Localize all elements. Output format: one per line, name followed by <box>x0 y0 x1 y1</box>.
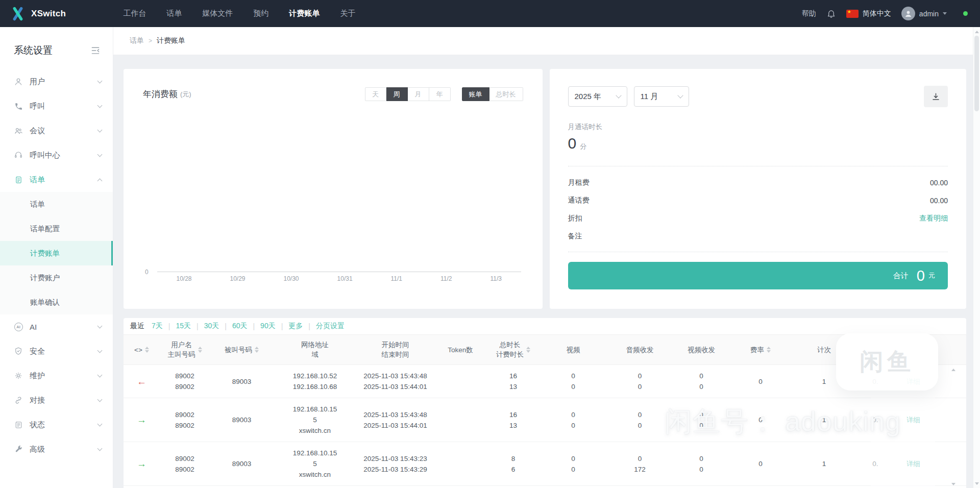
breadcrumb-current: 计费账单 <box>157 36 185 45</box>
sort-desc-caret[interactable] <box>198 350 202 353</box>
breadcrumb-parent[interactable]: 话单 <box>130 36 144 45</box>
col-header-label: 视频 <box>567 345 580 355</box>
page-scrollbar[interactable] <box>973 27 980 488</box>
sidebar-subitem-计费账户[interactable]: 计费账户 <box>0 265 113 290</box>
col-header-rate[interactable]: 费率 <box>729 335 792 364</box>
sort-asc-caret[interactable] <box>767 347 771 349</box>
sort-asc-caret[interactable] <box>526 347 530 349</box>
sort-desc-caret[interactable] <box>255 350 259 353</box>
filter-link-30天[interactable]: 30天 <box>204 322 219 331</box>
filter-separator: | <box>225 322 227 330</box>
sidebar-subitem-话单配置[interactable]: 话单配置 <box>0 216 113 241</box>
cell-indicator: ← <box>124 377 160 386</box>
col-header-label: 总时长计费时长 <box>496 340 524 359</box>
help-link[interactable]: 帮助 <box>802 9 816 18</box>
filter-link-60天[interactable]: 60天 <box>232 322 248 331</box>
sidebar-subitem-计费账单[interactable]: 计费账单 <box>0 241 113 265</box>
bell-icon[interactable] <box>826 9 836 18</box>
sidebar-item-label: 用户 <box>30 77 45 87</box>
sort-carets[interactable] <box>145 347 149 353</box>
sidebar-item-对接[interactable]: 对接 <box>0 388 113 412</box>
cell-line: 89002 <box>175 464 194 475</box>
col-header-duration[interactable]: 总时长计费时长 <box>486 335 540 364</box>
language-switcher[interactable]: ★ 简体中文 <box>846 9 891 18</box>
sort-carets[interactable] <box>526 347 530 353</box>
sidebar-item-高级[interactable]: 高级 <box>0 437 113 461</box>
download-button[interactable] <box>924 86 948 107</box>
breadcrumb: 话单 > 计费账单 <box>113 27 980 55</box>
sidebar-item-呼叫[interactable]: 呼叫 <box>0 94 113 118</box>
nav-item-预约[interactable]: 预约 <box>253 9 268 18</box>
col-header-user[interactable]: 用户名主叫号码 <box>160 335 210 364</box>
sort-asc-caret[interactable] <box>198 347 202 349</box>
nav-item-话单[interactable]: 话单 <box>166 9 182 18</box>
cell-line: 89003 <box>232 458 252 469</box>
fee-value: 00.00 <box>930 179 948 187</box>
sidebar-item-安全[interactable]: 安全 <box>0 339 113 363</box>
sidebar-item-状态[interactable]: 状态 <box>0 412 113 437</box>
sidebar-item-会议[interactable]: 会议 <box>0 118 113 143</box>
sort-desc-caret[interactable] <box>145 350 149 353</box>
sort-carets[interactable] <box>198 347 202 353</box>
fee-label: 通话费 <box>568 196 590 205</box>
sort-desc-caret[interactable] <box>526 350 530 353</box>
cell-line: 0. <box>872 414 878 425</box>
sort-carets[interactable] <box>767 347 771 353</box>
detail-link[interactable]: 详细 <box>906 458 954 469</box>
cell-line: 16 <box>509 371 517 381</box>
user-menu[interactable]: admin <box>901 7 947 20</box>
chevron-down-icon <box>97 78 103 83</box>
filter-link-更多[interactable]: 更多 <box>288 322 303 331</box>
cell-line: 0 <box>571 453 575 464</box>
nav-item-关于[interactable]: 关于 <box>340 9 355 18</box>
sort-desc-caret[interactable] <box>767 350 771 353</box>
period-tab-天[interactable]: 天 <box>365 87 386 101</box>
table-scrollbar[interactable] <box>950 367 957 488</box>
scroll-down-arrow[interactable] <box>973 480 980 487</box>
sidebar-item-话单[interactable]: 话单 <box>0 167 113 192</box>
view-detail-link[interactable]: 查看明细 <box>919 214 948 223</box>
sidebar-item-维护[interactable]: 维护 <box>0 363 113 388</box>
language-label: 简体中文 <box>863 9 891 18</box>
sidebar-subitem-话单[interactable]: 话单 <box>0 192 113 216</box>
cell-network: 192.168.10.52192.168.10.68 <box>274 371 356 392</box>
period-tab-年[interactable]: 年 <box>429 87 451 101</box>
table-scroll-down-arrow[interactable] <box>950 481 957 487</box>
sidebar-item-用户[interactable]: 用户 <box>0 69 113 94</box>
col-header-callee[interactable]: 被叫号码 <box>210 335 274 364</box>
scroll-up-arrow[interactable] <box>973 28 980 35</box>
table-body: ←890028900289003192.168.10.52192.168.10.… <box>124 365 966 486</box>
menu-fold-icon[interactable] <box>90 45 101 56</box>
col-header-label: 开始时间结束时间 <box>382 340 409 359</box>
scrollbar-thumb[interactable] <box>974 36 979 111</box>
detail-link[interactable]: 详细 <box>906 376 954 387</box>
filter-link-7天[interactable]: 7天 <box>152 322 163 331</box>
table-scroll-up-arrow[interactable] <box>950 367 957 373</box>
period-tab-月[interactable]: 月 <box>408 87 429 101</box>
sidebar-subitem-账单确认[interactable]: 账单确认 <box>0 290 113 314</box>
year-select[interactable]: 2025 年 <box>568 86 627 107</box>
mode-tab-账单[interactable]: 账单 <box>462 87 489 101</box>
x-tick-label: 10/31 <box>337 275 353 282</box>
sort-asc-caret[interactable] <box>255 347 259 349</box>
col-header-indicator[interactable]: <> <box>124 335 160 364</box>
sidebar-item-AI[interactable]: AIAI <box>0 314 113 339</box>
sort-carets[interactable] <box>255 347 259 353</box>
filter-link-90天[interactable]: 90天 <box>260 322 276 331</box>
sidebar-item-呼叫中心[interactable]: 呼叫中心 <box>0 143 113 167</box>
filter-link-分页设置[interactable]: 分页设置 <box>316 322 345 331</box>
nav-item-工作台[interactable]: 工作台 <box>123 9 146 18</box>
chevron-down-icon <box>97 446 103 451</box>
cell-rate: 0 <box>729 376 792 387</box>
nav-item-计费账单[interactable]: 计费账单 <box>289 9 320 18</box>
detail-link[interactable]: 详细 <box>906 414 954 425</box>
nav-item-媒体文件[interactable]: 媒体文件 <box>202 9 233 18</box>
month-select[interactable]: 11 月 <box>634 86 689 107</box>
inbound-arrow-icon: ← <box>137 377 146 386</box>
period-tab-周[interactable]: 周 <box>386 87 408 101</box>
mode-tab-总时长[interactable]: 总时长 <box>489 87 523 101</box>
cell-line: 89002 <box>175 453 194 464</box>
col-header-label: 用户名主叫号码 <box>168 340 195 359</box>
sort-asc-caret[interactable] <box>145 347 149 349</box>
filter-link-15天[interactable]: 15天 <box>176 322 191 331</box>
